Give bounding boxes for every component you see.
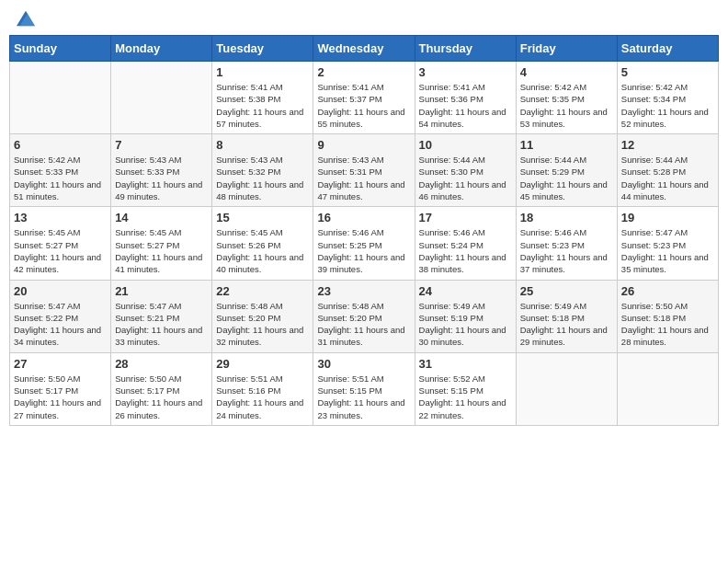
day-info: Sunrise: 5:52 AM Sunset: 5:15 PM Dayligh… xyxy=(419,373,512,421)
day-info: Sunrise: 5:50 AM Sunset: 5:17 PM Dayligh… xyxy=(14,373,107,421)
day-number: 16 xyxy=(317,211,410,224)
calendar-cell: 10Sunrise: 5:44 AM Sunset: 5:30 PM Dayli… xyxy=(415,134,516,207)
day-info: Sunrise: 5:46 AM Sunset: 5:24 PM Dayligh… xyxy=(419,226,512,275)
calendar-cell: 22Sunrise: 5:48 AM Sunset: 5:20 PM Dayli… xyxy=(212,280,313,352)
calendar-cell: 14Sunrise: 5:45 AM Sunset: 5:27 PM Dayli… xyxy=(111,207,212,280)
day-info: Sunrise: 5:49 AM Sunset: 5:19 PM Dayligh… xyxy=(419,300,512,349)
day-info: Sunrise: 5:51 AM Sunset: 5:15 PM Dayligh… xyxy=(317,373,410,421)
calendar-cell: 15Sunrise: 5:45 AM Sunset: 5:26 PM Dayli… xyxy=(212,207,313,280)
calendar-cell: 11Sunrise: 5:44 AM Sunset: 5:29 PM Dayli… xyxy=(516,134,617,207)
calendar-cell: 23Sunrise: 5:48 AM Sunset: 5:20 PM Dayli… xyxy=(313,280,415,352)
day-info: Sunrise: 5:48 AM Sunset: 5:20 PM Dayligh… xyxy=(216,300,309,349)
day-number: 11 xyxy=(520,138,613,152)
day-number: 5 xyxy=(621,65,714,79)
day-number: 26 xyxy=(621,284,714,298)
calendar-cell: 9Sunrise: 5:43 AM Sunset: 5:31 PM Daylig… xyxy=(313,134,415,207)
day-number: 12 xyxy=(621,138,714,152)
day-info: Sunrise: 5:47 AM Sunset: 5:23 PM Dayligh… xyxy=(621,226,714,275)
calendar-cell: 24Sunrise: 5:49 AM Sunset: 5:19 PM Dayli… xyxy=(415,280,516,352)
day-number: 25 xyxy=(520,284,613,298)
calendar-table: SundayMondayTuesdayWednesdayThursdayFrid… xyxy=(9,35,719,426)
calendar-cell: 29Sunrise: 5:51 AM Sunset: 5:16 PM Dayli… xyxy=(212,352,313,425)
day-number: 8 xyxy=(216,138,309,152)
calendar-cell: 1Sunrise: 5:41 AM Sunset: 5:38 PM Daylig… xyxy=(212,62,313,134)
day-number: 9 xyxy=(317,138,410,152)
day-info: Sunrise: 5:43 AM Sunset: 5:33 PM Dayligh… xyxy=(115,154,208,202)
column-header-monday: Monday xyxy=(111,36,212,62)
day-number: 28 xyxy=(115,357,208,371)
calendar-cell: 21Sunrise: 5:47 AM Sunset: 5:21 PM Dayli… xyxy=(111,280,212,352)
calendar-cell: 31Sunrise: 5:52 AM Sunset: 5:15 PM Dayli… xyxy=(415,352,516,425)
day-info: Sunrise: 5:41 AM Sunset: 5:36 PM Dayligh… xyxy=(419,81,512,130)
calendar-week-row: 20Sunrise: 5:47 AM Sunset: 5:22 PM Dayli… xyxy=(10,280,719,352)
day-number: 27 xyxy=(14,357,107,371)
logo xyxy=(13,9,37,28)
day-number: 2 xyxy=(317,65,410,79)
calendar-week-row: 6Sunrise: 5:42 AM Sunset: 5:33 PM Daylig… xyxy=(10,134,719,207)
calendar-cell: 20Sunrise: 5:47 AM Sunset: 5:22 PM Dayli… xyxy=(10,280,111,352)
calendar-cell: 26Sunrise: 5:50 AM Sunset: 5:18 PM Dayli… xyxy=(617,280,718,352)
page-header xyxy=(9,9,719,28)
day-info: Sunrise: 5:41 AM Sunset: 5:38 PM Dayligh… xyxy=(216,81,309,130)
day-info: Sunrise: 5:45 AM Sunset: 5:26 PM Dayligh… xyxy=(216,226,309,275)
calendar-cell: 18Sunrise: 5:46 AM Sunset: 5:23 PM Dayli… xyxy=(516,207,617,280)
day-info: Sunrise: 5:44 AM Sunset: 5:28 PM Dayligh… xyxy=(621,154,714,202)
day-number: 31 xyxy=(419,357,512,371)
day-number: 29 xyxy=(216,357,309,371)
calendar-cell: 16Sunrise: 5:46 AM Sunset: 5:25 PM Dayli… xyxy=(313,207,415,280)
day-info: Sunrise: 5:47 AM Sunset: 5:22 PM Dayligh… xyxy=(14,300,107,349)
day-info: Sunrise: 5:46 AM Sunset: 5:25 PM Dayligh… xyxy=(317,226,410,275)
day-info: Sunrise: 5:43 AM Sunset: 5:32 PM Dayligh… xyxy=(216,154,309,202)
day-number: 3 xyxy=(419,65,512,79)
calendar-week-row: 13Sunrise: 5:45 AM Sunset: 5:27 PM Dayli… xyxy=(10,207,719,280)
day-number: 23 xyxy=(317,284,410,298)
day-number: 17 xyxy=(419,211,512,224)
day-number: 15 xyxy=(216,211,309,224)
column-header-tuesday: Tuesday xyxy=(212,36,313,62)
day-info: Sunrise: 5:45 AM Sunset: 5:27 PM Dayligh… xyxy=(14,226,107,275)
day-info: Sunrise: 5:47 AM Sunset: 5:21 PM Dayligh… xyxy=(115,300,208,349)
calendar-week-row: 1Sunrise: 5:41 AM Sunset: 5:38 PM Daylig… xyxy=(10,62,719,134)
day-number: 20 xyxy=(14,284,107,298)
day-number: 10 xyxy=(419,138,512,152)
day-number: 24 xyxy=(419,284,512,298)
calendar-cell xyxy=(617,352,718,425)
day-info: Sunrise: 5:41 AM Sunset: 5:37 PM Dayligh… xyxy=(317,81,410,130)
day-info: Sunrise: 5:49 AM Sunset: 5:18 PM Dayligh… xyxy=(520,300,613,349)
column-header-saturday: Saturday xyxy=(617,36,718,62)
calendar-cell: 5Sunrise: 5:42 AM Sunset: 5:34 PM Daylig… xyxy=(617,62,718,134)
day-number: 1 xyxy=(216,65,309,79)
day-number: 14 xyxy=(115,211,208,224)
day-number: 18 xyxy=(520,211,613,224)
day-number: 4 xyxy=(520,65,613,79)
day-number: 21 xyxy=(115,284,208,298)
day-info: Sunrise: 5:50 AM Sunset: 5:17 PM Dayligh… xyxy=(115,373,208,421)
day-info: Sunrise: 5:50 AM Sunset: 5:18 PM Dayligh… xyxy=(621,300,714,349)
calendar-cell: 28Sunrise: 5:50 AM Sunset: 5:17 PM Dayli… xyxy=(111,352,212,425)
column-header-sunday: Sunday xyxy=(10,36,111,62)
day-number: 30 xyxy=(317,357,410,371)
day-info: Sunrise: 5:43 AM Sunset: 5:31 PM Dayligh… xyxy=(317,154,410,202)
day-number: 7 xyxy=(115,138,208,152)
calendar-week-row: 27Sunrise: 5:50 AM Sunset: 5:17 PM Dayli… xyxy=(10,352,719,425)
calendar-header-row: SundayMondayTuesdayWednesdayThursdayFrid… xyxy=(10,36,719,62)
calendar-cell: 8Sunrise: 5:43 AM Sunset: 5:32 PM Daylig… xyxy=(212,134,313,207)
calendar-cell: 27Sunrise: 5:50 AM Sunset: 5:17 PM Dayli… xyxy=(10,352,111,425)
day-info: Sunrise: 5:48 AM Sunset: 5:20 PM Dayligh… xyxy=(317,300,410,349)
day-number: 13 xyxy=(14,211,107,224)
day-info: Sunrise: 5:42 AM Sunset: 5:33 PM Dayligh… xyxy=(14,154,107,202)
calendar-cell xyxy=(516,352,617,425)
day-info: Sunrise: 5:46 AM Sunset: 5:23 PM Dayligh… xyxy=(520,226,613,275)
calendar-cell: 3Sunrise: 5:41 AM Sunset: 5:36 PM Daylig… xyxy=(415,62,516,134)
calendar-cell: 17Sunrise: 5:46 AM Sunset: 5:24 PM Dayli… xyxy=(415,207,516,280)
day-number: 6 xyxy=(14,138,107,152)
day-info: Sunrise: 5:45 AM Sunset: 5:27 PM Dayligh… xyxy=(115,226,208,275)
logo-icon xyxy=(17,9,35,28)
column-header-wednesday: Wednesday xyxy=(313,36,415,62)
column-header-thursday: Thursday xyxy=(415,36,516,62)
calendar-cell: 25Sunrise: 5:49 AM Sunset: 5:18 PM Dayli… xyxy=(516,280,617,352)
day-number: 19 xyxy=(621,211,714,224)
calendar-cell xyxy=(111,62,212,134)
day-number: 22 xyxy=(216,284,309,298)
day-info: Sunrise: 5:44 AM Sunset: 5:30 PM Dayligh… xyxy=(419,154,512,202)
